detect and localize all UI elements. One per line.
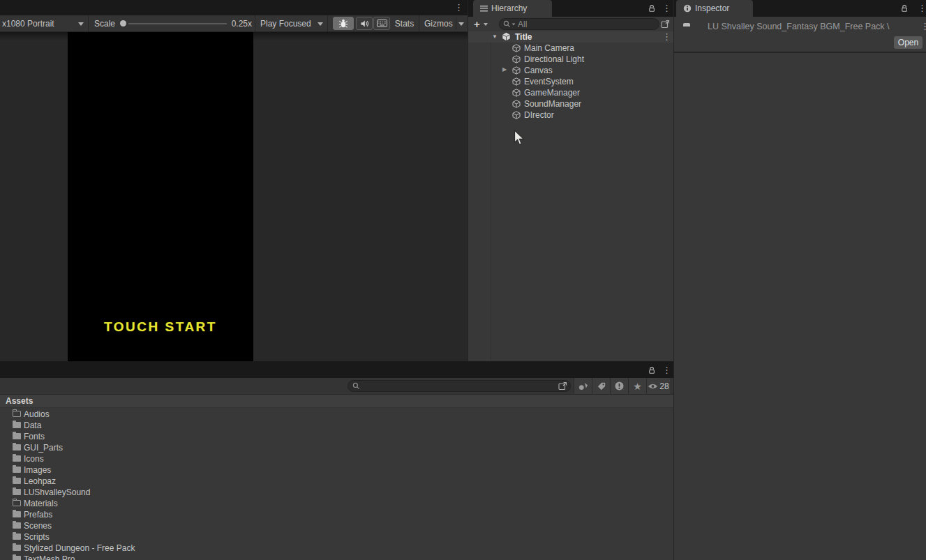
scene-menu-icon[interactable]: ⋮: [662, 32, 671, 41]
inspector-menu-icon[interactable]: ⋮: [918, 3, 926, 13]
project-toolbar: ★ 28: [0, 378, 673, 395]
mute-audio-button[interactable]: [356, 17, 373, 30]
folder-icon: [13, 556, 21, 560]
folder-icon: [13, 533, 21, 540]
hierarchy-item-row[interactable]: ▶ DIrector: [468, 109, 674, 121]
hierarchy-item-row[interactable]: ▶ SoundManager: [468, 98, 674, 109]
lock-icon[interactable]: [900, 4, 909, 13]
hierarchy-search-input[interactable]: [516, 20, 659, 29]
hierarchy-tab-label: Hierarchy: [491, 3, 527, 13]
speaker-icon: [360, 20, 369, 28]
hierarchy-searchbox[interactable]: [499, 18, 659, 30]
hierarchy-menu-icon[interactable]: ⋮: [662, 3, 671, 13]
hierarchy-panel: Hierarchy ⋮ +: [468, 0, 673, 361]
stats-button[interactable]: Stats: [391, 15, 418, 31]
folder-name: Scripts: [24, 532, 50, 542]
inspector-body: [674, 54, 926, 560]
project-folder-row[interactable]: Scenes: [0, 520, 673, 531]
folder-name: Icons: [24, 454, 44, 464]
folder-name: Images: [24, 465, 51, 475]
scale-slider-track[interactable]: [128, 23, 227, 24]
project-folder-row[interactable]: Data: [0, 420, 673, 431]
assets-header-row[interactable]: Assets: [0, 395, 673, 408]
project-folder-row[interactable]: Images: [0, 464, 673, 476]
gizmos-dropdown[interactable]: Gizmos: [419, 15, 465, 31]
shapes-icon: [578, 382, 588, 391]
tab-inspector[interactable]: Inspector: [676, 0, 753, 17]
debug-bug-button[interactable]: [333, 17, 354, 30]
expand-arrow-icon[interactable]: ▼: [492, 33, 498, 40]
asset-header-menu-icon[interactable]: ⋮: [920, 22, 926, 31]
toolbar-shadow: [0, 32, 468, 40]
hierarchy-tabstrip: Hierarchy ⋮: [468, 0, 674, 17]
gameobject-cube-icon: [512, 89, 521, 97]
lock-icon[interactable]: [648, 366, 656, 374]
project-folder-row[interactable]: GUI_Parts: [0, 442, 673, 453]
aspect-ratio-label: x1080 Portrait: [2, 19, 54, 29]
gameobject-cube-icon: [512, 100, 521, 108]
folder-icon: [13, 467, 21, 473]
assets-header-label: Assets: [6, 396, 33, 406]
scale-label: Scale: [94, 19, 115, 29]
folder-name: Prefabs: [24, 510, 52, 520]
folder-icon: [13, 411, 21, 417]
search-icon: [352, 382, 360, 390]
visibility-toggle-button[interactable]: 28: [646, 378, 670, 394]
hierarchy-item-row[interactable]: ▶ Canvas: [468, 65, 674, 76]
folder-name: Materials: [24, 499, 58, 508]
search-filter-caret-icon[interactable]: [512, 23, 516, 25]
folder-name: LUShvalleySound: [24, 487, 90, 497]
hierarchy-toolbar: +: [468, 17, 674, 31]
project-folder-row[interactable]: Prefabs: [0, 509, 673, 520]
search-by-importance-button[interactable]: [610, 378, 628, 394]
gameobject-cube-icon: [512, 77, 521, 86]
expand-arrow-icon[interactable]: ▶: [502, 66, 507, 73]
project-folder-row[interactable]: Icons: [0, 453, 673, 464]
create-gameobject-button[interactable]: +: [474, 19, 480, 29]
folder-icon: [13, 545, 21, 551]
star-icon: ★: [633, 381, 642, 391]
folder-icon: [13, 500, 21, 506]
game-screen[interactable]: TOUCH START: [68, 32, 253, 361]
project-folder-row[interactable]: Audios: [0, 409, 673, 420]
project-folder-row[interactable]: Scripts: [0, 531, 673, 543]
play-mode-dropdown[interactable]: Play Focused: [256, 15, 328, 31]
hierarchy-item-row[interactable]: ▶ GameManager: [468, 87, 674, 98]
project-folder-row[interactable]: Fonts: [0, 431, 673, 442]
project-folder-row[interactable]: TextMesh Pro: [0, 554, 673, 560]
tag-icon: [597, 382, 606, 391]
tab-hierarchy[interactable]: Hierarchy: [473, 0, 552, 17]
aspect-ratio-dropdown[interactable]: x1080 Portrait: [0, 15, 89, 31]
folder-name: Stylized Dungeon - Free Pack: [24, 543, 135, 553]
play-mode-label: Play Focused: [260, 19, 311, 29]
project-folder-row[interactable]: Materials: [0, 498, 673, 509]
folder-icon: [13, 433, 21, 439]
project-folder-row[interactable]: Stylized Dungeon - Free Pack: [0, 543, 673, 554]
search-by-label-button[interactable]: [592, 378, 610, 394]
hierarchy-item-row[interactable]: ▶ Directional Light: [468, 54, 674, 65]
search-by-type-button[interactable]: [574, 378, 592, 394]
chevron-down-icon[interactable]: [484, 23, 488, 26]
scale-slider-knob[interactable]: [120, 20, 126, 27]
project-folder-row[interactable]: Leohpaz: [0, 476, 673, 487]
game-view-menu-icon[interactable]: ⋮: [454, 3, 463, 12]
open-search-window-icon[interactable]: [661, 20, 670, 29]
project-searchbox[interactable]: [348, 380, 571, 392]
scene-header-row[interactable]: ▼ Title ⋮: [468, 31, 674, 43]
project-search-input[interactable]: [360, 381, 558, 391]
folder-name: Scenes: [24, 521, 52, 531]
keyboard-shortcuts-button[interactable]: [373, 17, 390, 30]
open-search-window-icon[interactable]: [558, 381, 567, 391]
favorites-button[interactable]: ★: [628, 378, 646, 394]
project-menu-icon[interactable]: ⋮: [662, 365, 671, 374]
gameobject-label: DIrector: [524, 110, 554, 120]
project-folder-row[interactable]: LUShvalleySound: [0, 487, 673, 498]
hierarchy-item-row[interactable]: ▶ Main Camera: [468, 43, 674, 54]
open-button[interactable]: Open: [894, 36, 923, 49]
project-tabstrip: ⋮: [0, 361, 673, 378]
folder-icon: [13, 522, 21, 529]
hierarchy-item-row[interactable]: ▶ EventSystem: [468, 76, 674, 87]
gameobject-label: Main Camera: [524, 43, 574, 53]
lock-icon[interactable]: [648, 4, 656, 13]
folder-icon: [13, 422, 21, 428]
